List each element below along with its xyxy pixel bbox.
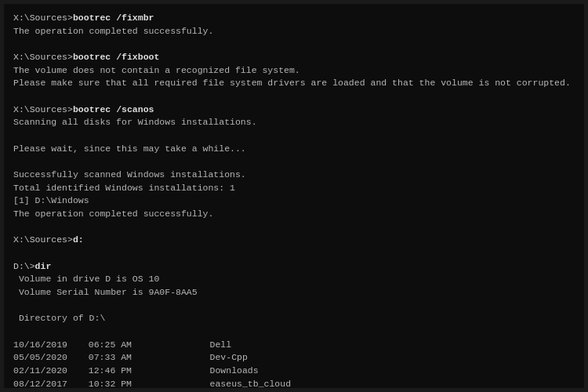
output-line: Volume Serial Number is 9A0F-8AA5 bbox=[13, 286, 575, 299]
dir-date: 05/05/2020 bbox=[13, 351, 78, 365]
dir-entry-line: 10/16/2019 06:25 AM Dell bbox=[13, 339, 575, 352]
prompt-line: X:\Sources>bootrec /fixmbr bbox=[13, 12, 575, 25]
prompt-path: X:\Sources> bbox=[13, 104, 73, 114]
output-line: Successfully scanned Windows installatio… bbox=[13, 169, 575, 182]
output-line: Please make sure that all required file … bbox=[13, 77, 575, 90]
prompt-path: D:\> bbox=[13, 261, 35, 271]
output-line: Volume in drive D is OS 10 bbox=[13, 273, 575, 286]
prompt-line: D:\>dir bbox=[13, 260, 575, 274]
dir-date: 10/16/2019 bbox=[13, 339, 78, 352]
dir-date: 02/11/2020 bbox=[13, 365, 78, 378]
dir-attr: easeus_tb_cloud bbox=[151, 378, 205, 388]
blank-line bbox=[13, 221, 575, 234]
output-line: Directory of D:\ bbox=[13, 312, 575, 325]
dir-attr: Dell bbox=[151, 339, 205, 352]
prompt-command: dir bbox=[35, 261, 52, 271]
prompt-path: X:\Sources> bbox=[13, 234, 73, 245]
dir-time: 06:25 AM bbox=[89, 339, 140, 352]
blank-line bbox=[13, 90, 575, 103]
prompt-line: X:\Sources>d: bbox=[13, 234, 575, 247]
terminal-output: X:\Sources>bootrec /fixmbrThe operation … bbox=[13, 12, 575, 388]
prompt-path: X:\Sources> bbox=[13, 13, 73, 23]
dir-name: Dev-Cpp bbox=[210, 351, 248, 365]
prompt-command: bootrec /fixboot bbox=[73, 52, 159, 62]
dir-entry-line: 08/12/2017 10:32 PM easeus_tb_cloud bbox=[13, 378, 575, 388]
dir-time: 10:32 PM bbox=[89, 378, 140, 388]
dir-name: Downloads bbox=[210, 365, 259, 378]
dir-name: Dell bbox=[210, 339, 232, 352]
prompt-line: X:\Sources>bootrec /fixboot bbox=[13, 51, 575, 64]
dir-attr: Downloads bbox=[151, 365, 205, 378]
output-line: The operation completed successfully. bbox=[13, 25, 575, 38]
output-line: The volume does not contain a recognized… bbox=[13, 64, 575, 78]
prompt-command: d: bbox=[73, 234, 84, 245]
output-line: Scanning all disks for Windows installat… bbox=[13, 116, 575, 129]
dir-time: 07:33 AM bbox=[89, 351, 140, 365]
blank-line bbox=[13, 325, 575, 339]
dir-attr: Dev-Cpp bbox=[151, 351, 205, 365]
blank-line bbox=[13, 299, 575, 313]
blank-line bbox=[13, 247, 575, 260]
dir-time: 12:46 PM bbox=[89, 365, 140, 378]
prompt-command: bootrec /fixmbr bbox=[73, 13, 154, 23]
output-line: [1] D:\Windows bbox=[13, 194, 575, 208]
dir-name: easeus_tb_cloud bbox=[210, 378, 292, 388]
output-line: The operation completed successfully. bbox=[13, 208, 575, 221]
output-line: Please wait, since this may take a while… bbox=[13, 143, 575, 156]
dir-entry-line: 05/05/2020 07:33 AM Dev-Cpp bbox=[13, 351, 575, 365]
output-line: Total identified Windows installations: … bbox=[13, 182, 575, 195]
blank-line bbox=[13, 129, 575, 143]
blank-line bbox=[13, 38, 575, 51]
prompt-command: bootrec /scanos bbox=[73, 104, 154, 114]
terminal-window: X:\Sources>bootrec /fixmbrThe operation … bbox=[4, 4, 584, 388]
dir-date: 08/12/2017 bbox=[13, 378, 78, 388]
prompt-line: X:\Sources>bootrec /scanos bbox=[13, 103, 575, 117]
blank-line bbox=[13, 155, 575, 169]
dir-entry-line: 02/11/2020 12:46 PM Downloads bbox=[13, 365, 575, 378]
prompt-path: X:\Sources> bbox=[13, 52, 73, 62]
